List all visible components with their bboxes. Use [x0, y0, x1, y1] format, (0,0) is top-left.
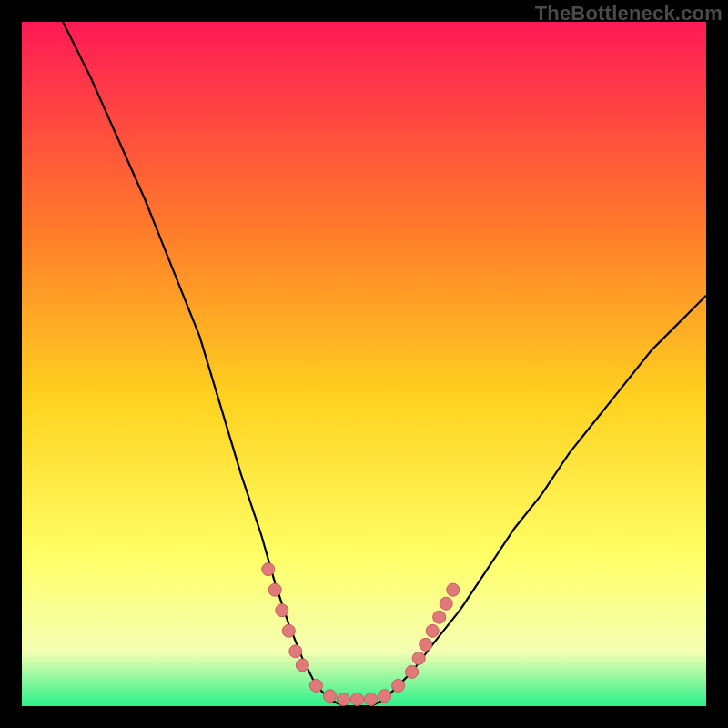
marker-dot	[282, 624, 295, 637]
bottleneck-chart	[22, 22, 706, 706]
marker-dot	[337, 693, 349, 706]
marker-dot	[406, 665, 419, 678]
marker-dot	[412, 652, 425, 664]
marker-dot	[309, 679, 322, 692]
marker-dot	[276, 604, 288, 617]
marker-dot	[440, 597, 452, 610]
marker-dot	[289, 645, 302, 658]
marker-dot	[351, 693, 364, 706]
marker-dot	[433, 611, 446, 623]
marker-dot	[365, 693, 378, 706]
marker-dot	[420, 638, 432, 651]
watermark-text: TheBottleneck.com	[535, 2, 723, 25]
marker-dot	[426, 624, 439, 637]
marker-dot	[296, 659, 308, 672]
marker-dot	[379, 690, 391, 703]
chart-frame	[22, 22, 706, 706]
marker-dot	[323, 690, 336, 703]
marker-dot	[262, 563, 275, 576]
marker-dot	[447, 583, 460, 596]
gradient-background	[22, 22, 706, 706]
marker-dot	[392, 679, 405, 692]
marker-dot	[268, 583, 281, 596]
